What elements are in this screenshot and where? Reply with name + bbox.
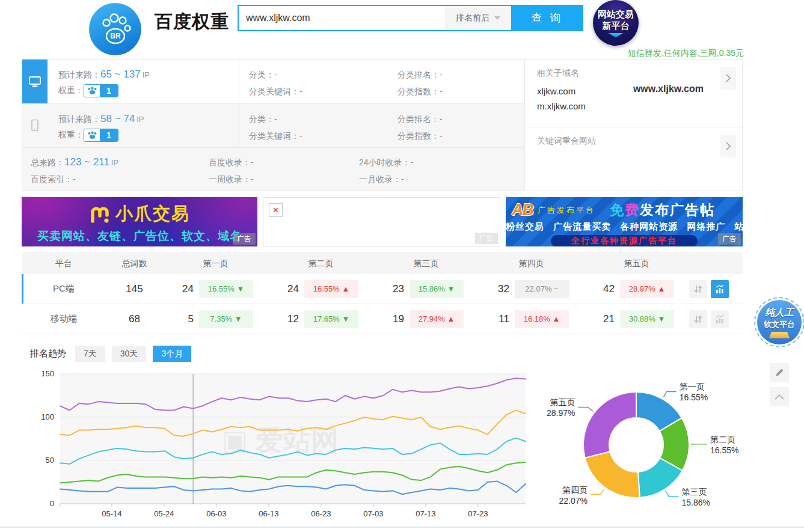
cls-idx-value: - bbox=[440, 87, 443, 96]
paw-icon bbox=[87, 87, 98, 95]
table-row-mobile: 移动端 68 57.35% ▼ 1217.65% ▼ 1927.94% ▲ 11… bbox=[22, 304, 743, 334]
domain-search-input[interactable] bbox=[238, 5, 445, 31]
mobile-icon bbox=[28, 118, 41, 133]
col-page4: 第四页 bbox=[479, 258, 584, 269]
baidu-weight-page: BR 百度权重 排名前后 查 询 网站交易 新平台 短信群发,任何内容,三网,0… bbox=[0, 0, 804, 532]
svg-text:16.55%: 16.55% bbox=[680, 393, 708, 402]
banner3-tagline: 广告发布平台 bbox=[538, 205, 595, 216]
col-page3: 第三页 bbox=[373, 258, 479, 269]
tab-7days[interactable]: 7天 bbox=[75, 346, 105, 362]
total-words-value: 145 bbox=[106, 283, 163, 295]
chart-button[interactable] bbox=[711, 310, 729, 328]
page1-count: 5 bbox=[178, 313, 194, 325]
subdomains-more-button[interactable] bbox=[720, 67, 736, 90]
traffic-value: 65 ~ 137 bbox=[100, 69, 141, 80]
traffic-label: 预计来路： bbox=[58, 114, 100, 124]
soft-article-badge[interactable]: 纯人工 软文平台 bbox=[754, 297, 804, 347]
svg-text:150: 150 bbox=[41, 369, 54, 378]
rank-order-label: 排名前后 bbox=[456, 13, 489, 23]
page5-count: 21 bbox=[599, 313, 615, 325]
sms-promo-link[interactable]: 短信群发,任何内容,三网,0.35元 bbox=[628, 48, 744, 59]
keyword-rank-table: 平台 总词数 第一页 第二页 第三页 第四页 第五页 PC端 145 2416.… bbox=[22, 252, 743, 334]
main-domain-link[interactable]: www.xljkw.com bbox=[633, 84, 704, 94]
page5-pct-badge: 30.88% ▼ bbox=[620, 310, 674, 328]
back-to-top-button[interactable] bbox=[770, 387, 789, 406]
query-button[interactable]: 查 询 bbox=[511, 5, 583, 31]
cls-rank-value: - bbox=[440, 114, 443, 124]
claw-logo-icon bbox=[89, 204, 109, 224]
chart-button-active[interactable] bbox=[711, 280, 729, 298]
traffic-label: 预计来路： bbox=[58, 70, 100, 79]
page2-pct-badge: 16.55% ▲ bbox=[304, 280, 358, 298]
page2-count: 12 bbox=[283, 313, 299, 325]
trend-line-chart[interactable]: 05010015005-1405-2406-0306-1306-2307-030… bbox=[22, 367, 529, 528]
cls-kw-label: 分类关键词： bbox=[249, 131, 299, 141]
overview-left-box: 预计来路：65 ~ 137IP 权重：1 分类：- 分类关键词：- 分类排名：-… bbox=[22, 59, 524, 191]
pc-weight-badge[interactable]: 1 bbox=[84, 84, 118, 97]
weight-label: 权重： bbox=[58, 85, 84, 95]
svg-text:16.55%: 16.55% bbox=[710, 445, 738, 455]
monitor-icon bbox=[28, 75, 42, 89]
sort-button[interactable] bbox=[689, 280, 707, 298]
cls-idx-label: 分类指数： bbox=[397, 131, 440, 141]
totals-row: 总来路：123 ~ 211IP 百度索引：- 百度收录：- 一周收录：- 24小… bbox=[22, 147, 524, 191]
trade-badge-line2: 新平台 bbox=[603, 20, 630, 31]
mobile-stats-row: 预计来路：58 ~ 74IP 权重：1 分类：- 分类关键词：- 分类排名：- … bbox=[22, 103, 524, 147]
footer-divider bbox=[0, 527, 804, 528]
site-trade-badge[interactable]: 网站交易 新平台 bbox=[593, 0, 639, 46]
site-logo[interactable]: BR bbox=[89, 3, 141, 55]
xiaozhua-trade-ad-banner[interactable]: 小爪交易 买卖网站、友链、广告位、软文、域名 广告 bbox=[22, 197, 257, 246]
empty-ad-banner[interactable]: ✕ 广告 bbox=[263, 197, 500, 246]
subdomain-link[interactable]: m.xljkw.com bbox=[537, 99, 734, 114]
right-panel: 相关子域名 xljkw.com m.xljkw.com www.xljkw.co… bbox=[524, 59, 743, 191]
table-row-pc: PC端 145 2416.55% ▼ 2416.55% ▲ 2315.86% ▼… bbox=[22, 274, 743, 304]
page5-pct-badge: 28.97% ▲ bbox=[620, 280, 674, 298]
total-traffic-value: 123 ~ 211 bbox=[64, 156, 109, 168]
weight-value: 1 bbox=[100, 85, 118, 97]
page1-pct-badge: 7.35% ▼ bbox=[199, 310, 253, 328]
cls-kw-value: - bbox=[299, 87, 302, 96]
cls-rank-label: 分类排名： bbox=[397, 114, 440, 124]
pc-tab[interactable] bbox=[22, 60, 48, 103]
platform-label: PC端 bbox=[22, 283, 106, 295]
banner1-subtitle: 买卖网站、友链、广告位、软文、域名 bbox=[22, 228, 257, 244]
keyword-overlap-more-button[interactable] bbox=[720, 135, 736, 157]
platform-label: 移动端 bbox=[22, 313, 106, 325]
mobile-weight-badge[interactable]: 1 bbox=[84, 129, 118, 142]
svg-text:第四页: 第四页 bbox=[562, 485, 588, 495]
pencil-icon bbox=[774, 367, 785, 378]
cls-kw-label: 分类关键词： bbox=[249, 87, 299, 96]
cls-value: - bbox=[274, 70, 277, 79]
weight-label: 权重： bbox=[58, 130, 84, 139]
tab-30days[interactable]: 30天 bbox=[112, 346, 147, 362]
cls-value: - bbox=[274, 114, 277, 124]
trend-title: 排名趋势 bbox=[30, 348, 66, 359]
feedback-button[interactable] bbox=[770, 363, 789, 382]
svg-text:第三页: 第三页 bbox=[681, 487, 707, 497]
ad-publish-platform-banner[interactable]: AB 广告发布平台 免费发布广告帖 粉丝交易 广告流量买卖 各种网站资源 网络推… bbox=[506, 197, 743, 246]
included-value: - bbox=[251, 157, 254, 167]
svg-text:06-03: 06-03 bbox=[206, 509, 226, 518]
sort-button[interactable] bbox=[689, 310, 707, 328]
page5-count: 42 bbox=[599, 283, 615, 295]
page3-count: 23 bbox=[388, 283, 404, 295]
h24-included-value: - bbox=[411, 157, 414, 167]
rank-order-dropdown[interactable]: 排名前后 bbox=[445, 5, 511, 31]
ab-logo: AB bbox=[512, 201, 533, 219]
overview-stats: 预计来路：65 ~ 137IP 权重：1 分类：- 分类关键词：- 分类排名：-… bbox=[22, 59, 743, 191]
chevron-up-icon bbox=[773, 393, 785, 401]
included-label: 百度收录： bbox=[209, 157, 251, 167]
svg-text:06-23: 06-23 bbox=[311, 509, 331, 518]
total-words-value: 68 bbox=[106, 313, 163, 325]
svg-text:07-13: 07-13 bbox=[416, 509, 435, 518]
ad-tag: 广告 bbox=[718, 233, 741, 245]
trend-header: 排名趋势 7天 30天 3个月 bbox=[30, 346, 191, 362]
page4-count: 11 bbox=[494, 313, 509, 325]
week-included-value: - bbox=[251, 174, 254, 184]
page1-count: 24 bbox=[178, 283, 194, 295]
page-distribution-donut-chart[interactable]: 第一页16.55%第二页16.55%第三页15.86%第四页22.07%第五页2… bbox=[529, 361, 758, 532]
tab-3months[interactable]: 3个月 bbox=[153, 346, 191, 362]
ip-unit: IP bbox=[111, 158, 118, 167]
total-traffic-label: 总来路： bbox=[31, 157, 64, 167]
mobile-tab[interactable] bbox=[22, 104, 48, 147]
